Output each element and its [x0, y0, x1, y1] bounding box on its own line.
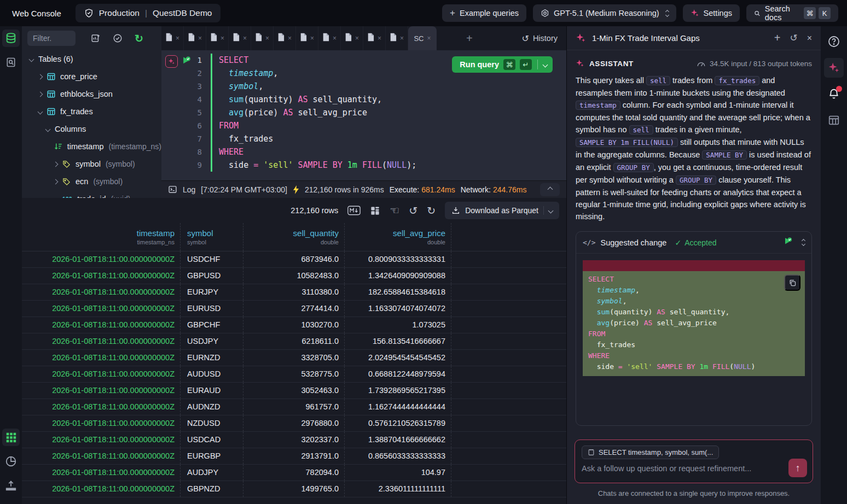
query-tab[interactable]: × — [161, 26, 184, 50]
query-context-chip[interactable]: SELECT timestamp, symbol, sum(... — [582, 446, 719, 459]
data-cell[interactable]: AUDNZD — [181, 399, 243, 415]
database-icon[interactable] — [2, 30, 20, 47]
sidebar-item-ecn[interactable]: ecn(symbol) — [22, 173, 161, 190]
editor-code-line[interactable]: 5 avg(price) AS sell_avg_price — [161, 106, 566, 119]
data-cell[interactable]: 104.97 — [345, 465, 451, 480]
data-cell[interactable]: 0.6688122448979594 — [345, 366, 451, 382]
timestamp-cell[interactable]: 2026-01-08T18:11:00.000000000Z — [22, 284, 181, 300]
sql-editor[interactable]: 1SELECT2 timestamp,3 symbol,4 sum(quanti… — [161, 50, 566, 180]
new-chat-icon[interactable]: + — [774, 32, 781, 44]
query-success-flag-icon[interactable] — [182, 56, 192, 68]
pie-chart-icon[interactable] — [2, 453, 20, 470]
table-row[interactable]: 2026-01-08T18:11:00.000000000ZEURJPY3110… — [22, 284, 566, 301]
chevron-down-icon[interactable] — [29, 56, 34, 62]
data-cell[interactable]: 2.336011111111111 — [345, 481, 451, 497]
example-queries-button[interactable]: + Example queries — [442, 4, 526, 22]
query-tab[interactable]: × — [296, 26, 318, 50]
query-tab[interactable]: × — [386, 26, 408, 50]
notifications-bell-icon[interactable] — [824, 84, 844, 104]
editor-code-line[interactable]: 4 sum(quantity) AS sell_quantity, — [161, 93, 566, 106]
environment-badge[interactable]: Production | QuestDB Demo — [76, 4, 221, 22]
data-cell[interactable]: 6218611.0 — [243, 333, 345, 349]
query-tab[interactable]: × — [318, 26, 341, 50]
table-row[interactable]: 2026-01-08T18:11:00.000000000ZEURNZD3328… — [22, 350, 566, 366]
data-cell[interactable]: 1030270.0 — [243, 317, 345, 333]
download-parquet-button[interactable]: Download as Parquet — [445, 202, 559, 219]
collapse-log-button[interactable] — [540, 183, 560, 196]
table-row[interactable]: 2026-01-08T18:11:00.000000000ZUSDJPY6218… — [22, 333, 566, 350]
query-tab[interactable]: × — [341, 26, 363, 50]
close-tab-icon[interactable]: × — [221, 34, 224, 42]
close-tab-icon[interactable]: × — [427, 34, 431, 42]
data-cell[interactable]: 3328705.0 — [243, 350, 345, 366]
timestamp-cell[interactable]: 2026-01-08T18:11:00.000000000Z — [22, 383, 181, 398]
sidebar-item-tables-6-[interactable]: Tables (6) — [22, 50, 161, 68]
timestamp-cell[interactable]: 2026-01-08T18:11:00.000000000Z — [22, 366, 181, 382]
settings-button[interactable]: Settings — [683, 4, 740, 22]
data-cell[interactable]: 5328775.0 — [243, 366, 345, 382]
document-search-icon[interactable] — [2, 54, 20, 71]
data-cell[interactable]: 961757.0 — [243, 399, 345, 415]
column-header-symbol[interactable]: symbolsymbol — [181, 223, 243, 251]
data-cell[interactable]: GBPCHF — [181, 317, 243, 333]
close-tab-icon[interactable]: × — [355, 34, 359, 42]
data-cell[interactable]: EURNZD — [181, 350, 243, 366]
timestamp-cell[interactable]: 2026-01-08T18:11:00.000000000Z — [22, 448, 181, 464]
close-tab-icon[interactable]: × — [243, 34, 247, 42]
close-tab-icon[interactable]: × — [265, 34, 269, 42]
table-row[interactable]: 2026-01-08T18:11:00.000000000ZAUDUSD5328… — [22, 366, 566, 383]
table-row[interactable]: 2026-01-08T18:11:00.000000000ZGBPUSD1058… — [22, 268, 566, 284]
data-cell[interactable]: AUDJPY — [181, 465, 243, 480]
query-tab[interactable]: × — [363, 26, 386, 50]
table-row[interactable]: 2026-01-08T18:11:00.000000000ZEURAUD3052… — [22, 383, 566, 399]
timestamp-cell[interactable]: 2026-01-08T18:11:00.000000000Z — [22, 317, 181, 333]
data-cell[interactable]: 3110380.0 — [243, 284, 345, 300]
timestamp-cell[interactable]: 2026-01-08T18:11:00.000000000Z — [22, 301, 181, 317]
sidebar-item-fx-trades[interactable]: fx_trades — [22, 103, 161, 120]
data-cell[interactable]: EURJPY — [181, 284, 243, 300]
data-cell[interactable]: GBPNZD — [181, 481, 243, 497]
table-row[interactable]: 2026-01-08T18:11:00.000000000ZAUDNZD9617… — [22, 399, 566, 415]
data-cell[interactable]: USDJPY — [181, 333, 243, 349]
data-cell[interactable]: GBPUSD — [181, 268, 243, 284]
model-selector[interactable]: GPT-5.1 (Medium Reasoning) — [533, 4, 676, 22]
refresh-results-icon[interactable]: ↻ — [427, 204, 436, 217]
data-cell[interactable]: 2774414.0 — [243, 301, 345, 317]
close-panel-icon[interactable]: × — [807, 33, 812, 43]
sidebar-item-trade-id[interactable]: 123trade_id(uuid) — [22, 190, 161, 198]
data-cell[interactable]: EURUSD — [181, 301, 243, 317]
data-cell[interactable]: 10582483.0 — [243, 268, 345, 284]
markdown-icon[interactable] — [347, 206, 361, 215]
table-row[interactable]: 2026-01-08T18:11:00.000000000ZEURGBP2913… — [22, 448, 566, 465]
chat-input-placeholder[interactable]: Ask a follow up question or request refi… — [582, 464, 806, 473]
data-cell[interactable]: 0.8009033333333331 — [345, 251, 451, 267]
sidebar-item-columns[interactable]: Columns — [22, 120, 161, 138]
editor-code-line[interactable]: 8WHERE — [161, 145, 566, 159]
filter-input[interactable] — [27, 31, 76, 46]
chevron-down-icon[interactable] — [45, 126, 51, 132]
search-docs-button[interactable]: Search docs ⌘ K — [746, 4, 838, 22]
data-cell[interactable]: USDCAD — [181, 432, 243, 448]
ai-sparkle-gutter-icon[interactable] — [165, 55, 178, 68]
data-cell[interactable]: 1.3887041666666662 — [345, 432, 451, 448]
data-cell[interactable]: 6873946.0 — [243, 251, 345, 267]
query-tab[interactable]: × — [206, 26, 229, 50]
data-cell[interactable]: 2.0249545454545452 — [345, 350, 451, 366]
data-cell[interactable]: AUDUSD — [181, 366, 243, 382]
timestamp-cell[interactable]: 2026-01-08T18:11:00.000000000Z — [22, 432, 181, 448]
query-tab[interactable]: × — [274, 26, 296, 50]
data-cell[interactable]: 782094.0 — [243, 465, 345, 480]
column-header-timestamp[interactable]: timestamptimestamp_ns — [22, 223, 181, 251]
results-grid-icon[interactable] — [2, 429, 20, 446]
data-cell[interactable]: EURAUD — [181, 383, 243, 398]
grid-layout-icon[interactable] — [370, 206, 380, 216]
reset-history-icon[interactable]: ↺ — [409, 204, 417, 217]
assistant-rail-icon[interactable] — [824, 58, 844, 78]
log-label[interactable]: Log — [183, 185, 195, 194]
pointer-icon[interactable]: ☞ — [390, 204, 399, 217]
data-cell[interactable]: 2913791.0 — [243, 448, 345, 464]
data-cell[interactable]: NZDUSD — [181, 415, 243, 431]
editor-code-line[interactable]: 7 fx_trades — [161, 132, 566, 145]
chat-input-box[interactable]: SELECT timestamp, symbol, sum(... Ask a … — [575, 439, 813, 483]
add-tab-button[interactable]: + — [466, 32, 473, 45]
